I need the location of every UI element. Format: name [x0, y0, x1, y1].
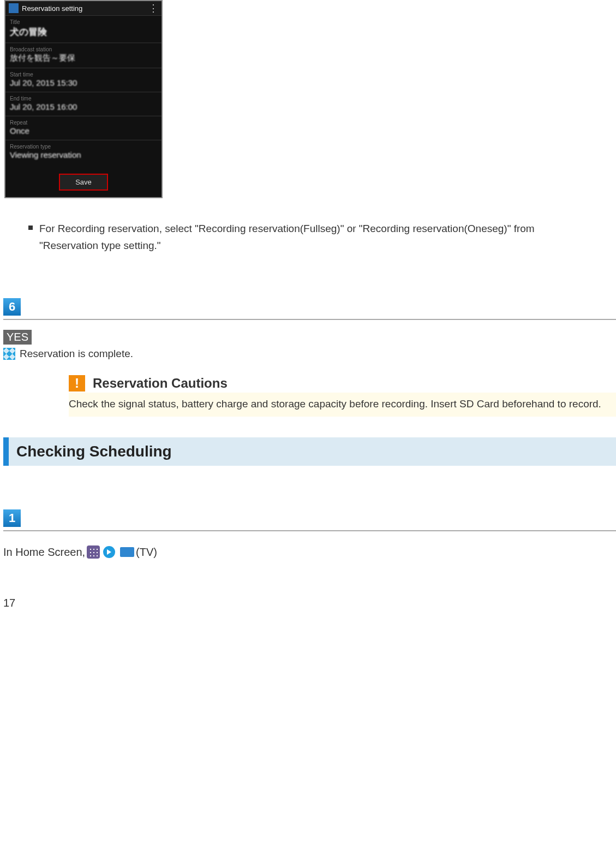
field-label-end: End time — [10, 96, 157, 102]
section-header-checking-scheduling: Checking Scheduling — [3, 437, 616, 466]
field-label-repeat: Repeat — [10, 120, 157, 126]
caution-box: ! Reservation Cautions Check the signal … — [69, 375, 616, 417]
step-divider — [3, 319, 616, 320]
field-label-channel: Broadcast station — [10, 46, 157, 52]
field-label-start: Start time — [10, 72, 157, 78]
step-badge-1: 1 — [3, 509, 21, 527]
field-value-type: Viewing reservation — [10, 150, 157, 159]
step1-prefix: In Home Screen, — [3, 546, 85, 559]
page-number: 17 — [3, 597, 616, 609]
field-value-title: 犬の冒険 — [10, 26, 157, 38]
step-divider — [3, 530, 616, 531]
field-value-repeat: Once — [10, 126, 157, 135]
alert-icon: ! — [69, 375, 85, 392]
caution-title: Reservation Cautions — [93, 376, 228, 391]
tv-icon — [120, 547, 134, 557]
field-label-type: Reservation type — [10, 144, 157, 150]
caution-body: Check the signal status, battery charge … — [69, 393, 616, 417]
recording-note: For Recording reservation, select "Recor… — [27, 220, 594, 254]
field-value-start: Jul 20, 2015 15:30 — [10, 78, 157, 87]
save-button-highlighted: Save — [59, 174, 108, 191]
yes-badge: YES — [3, 330, 32, 345]
arrow-icon — [103, 546, 115, 558]
overflow-icon: ⋮ — [148, 4, 158, 12]
complete-text: Reservation is complete. — [20, 348, 133, 360]
field-value-channel: 放付を観告～要保 — [10, 53, 157, 63]
step-badge-6: 6 — [3, 298, 21, 316]
reservation-setting-screenshot: Reservation setting ⋮ Title 犬の冒険 Broadca… — [4, 0, 163, 198]
app-icon — [9, 3, 19, 13]
apps-icon — [87, 545, 100, 559]
screenshot-title: Reservation setting — [22, 4, 82, 13]
field-value-end: Jul 20, 2015 16:00 — [10, 102, 157, 111]
step-1-instruction: In Home Screen, (TV) — [3, 545, 616, 559]
finish-flag-icon — [3, 348, 15, 360]
field-label-title: Title — [10, 19, 157, 25]
step1-suffix: (TV) — [136, 546, 157, 559]
screenshot-titlebar: Reservation setting ⋮ — [5, 1, 162, 16]
